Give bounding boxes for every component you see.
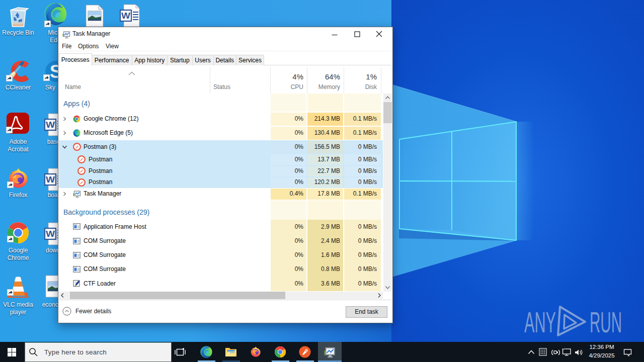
svg-text:W: W <box>46 230 55 238</box>
svg-text:W: W <box>46 121 55 129</box>
svg-text:S: S <box>50 61 58 82</box>
svg-text:ANY: ANY <box>524 306 556 338</box>
svg-text:W: W <box>46 175 55 184</box>
svg-text:W: W <box>121 12 131 20</box>
svg-text:RUN: RUN <box>590 306 622 338</box>
